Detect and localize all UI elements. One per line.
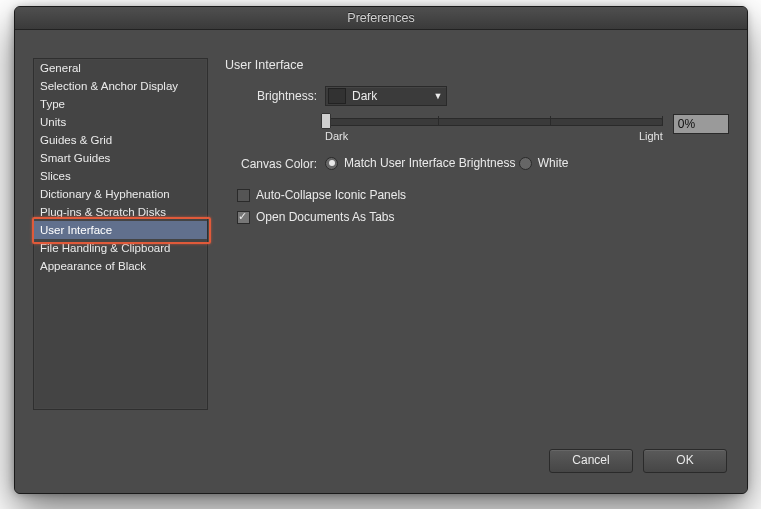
canvas-color-radio-match[interactable]: Match User Interface Brightness [325, 156, 515, 170]
canvas-color-label: Canvas Color: [225, 156, 325, 171]
checkbox-icon [237, 189, 250, 202]
brightness-swatch [328, 88, 346, 104]
auto-collapse-checkbox[interactable]: Auto-Collapse Iconic Panels [237, 188, 406, 202]
sidebar-item[interactable]: Plug-ins & Scratch Disks [34, 203, 207, 221]
brightness-value: Dark [352, 89, 430, 103]
sidebar-item[interactable]: Guides & Grid [34, 131, 207, 149]
checkbox-icon [237, 211, 250, 224]
sidebar-item[interactable]: File Handling & Clipboard [34, 239, 207, 257]
sidebar-item[interactable]: Units [34, 113, 207, 131]
checkbox-label: Auto-Collapse Iconic Panels [256, 188, 406, 202]
checkbox-label: Open Documents As Tabs [256, 210, 395, 224]
open-as-tabs-checkbox[interactable]: Open Documents As Tabs [237, 210, 395, 224]
radio-label: White [538, 156, 569, 170]
radio-label: Match User Interface Brightness [344, 156, 515, 170]
panel-title: User Interface [225, 58, 729, 72]
preferences-window: Preferences GeneralSelection & Anchor Di… [14, 6, 748, 494]
window-title: Preferences [15, 7, 747, 30]
brightness-percent-field[interactable]: 0% [673, 114, 729, 134]
category-list: GeneralSelection & Anchor DisplayTypeUni… [33, 58, 208, 410]
cancel-button[interactable]: Cancel [549, 449, 633, 473]
sidebar-item[interactable]: Selection & Anchor Display [34, 77, 207, 95]
sidebar-item[interactable]: Appearance of Black [34, 257, 207, 275]
chevron-down-icon: ▼ [430, 91, 446, 101]
slider-thumb[interactable] [321, 113, 331, 129]
slider-min-label: Dark [325, 130, 348, 142]
radio-icon [325, 157, 338, 170]
canvas-color-radio-white[interactable]: White [519, 156, 569, 170]
sidebar-item[interactable]: Smart Guides [34, 149, 207, 167]
brightness-dropdown[interactable]: Dark ▼ [325, 86, 447, 106]
brightness-slider[interactable] [325, 118, 663, 126]
sidebar-item[interactable]: Slices [34, 167, 207, 185]
sidebar-item[interactable]: Dictionary & Hyphenation [34, 185, 207, 203]
ok-button[interactable]: OK [643, 449, 727, 473]
brightness-label: Brightness: [225, 89, 325, 103]
sidebar-item[interactable]: Type [34, 95, 207, 113]
sidebar-item[interactable]: General [34, 59, 207, 77]
radio-icon [519, 157, 532, 170]
slider-max-label: Light [639, 130, 663, 142]
sidebar-item[interactable]: User Interface [34, 221, 207, 239]
